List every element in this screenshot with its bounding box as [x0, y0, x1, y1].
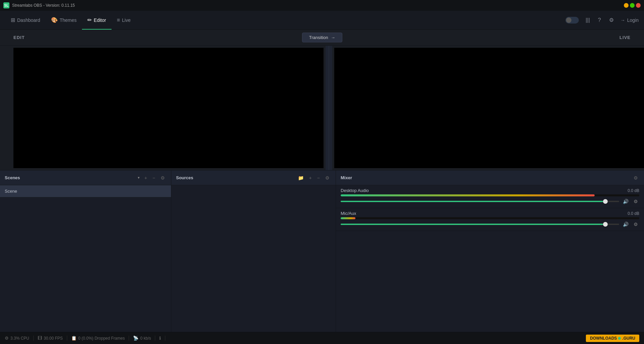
- frames-status: 📋 0 (0.0%) Dropped Frames: [67, 336, 129, 341]
- transition-arrow-icon: →: [331, 35, 335, 40]
- scenes-header: Scenes ▾ + − ⚙: [0, 170, 171, 185]
- frames-label: 0 (0.0%) Dropped Frames: [78, 336, 125, 341]
- info-icon: ℹ: [159, 336, 161, 341]
- sources-settings-button[interactable]: ⚙: [324, 175, 331, 181]
- sources-remove-button[interactable]: −: [316, 175, 321, 181]
- bandwidth-label: 0 kb/s: [140, 336, 151, 341]
- downloads-badge[interactable]: DOWNLOADS .GURU: [586, 335, 639, 342]
- minimize-button[interactable]: −: [624, 3, 629, 8]
- titlebar: SL Streamlabs OBS - Version: 0.11.15 − □…: [0, 0, 644, 11]
- mixer-title: Mixer: [341, 175, 630, 180]
- downloads-label: DOWNLOADS: [590, 336, 617, 341]
- mic-meter-bar: [341, 217, 639, 219]
- fps-icon: 🎞: [38, 336, 42, 341]
- editor-topbar: EDIT Transition → LIVE: [0, 30, 644, 46]
- sources-title: Sources: [176, 175, 294, 180]
- desktop-fader-knob[interactable]: [603, 199, 608, 204]
- maximize-button[interactable]: □: [630, 3, 635, 8]
- frames-icon: 📋: [71, 336, 77, 341]
- editor-icon: ✏: [87, 17, 92, 23]
- desktop-audio-label: Desktop Audio: [341, 188, 369, 193]
- bottom-panels: Scenes ▾ + − ⚙ Scene Sources 📁 + − ⚙ Mix…: [0, 170, 644, 332]
- sources-list: [171, 185, 336, 332]
- nav-item-live[interactable]: ≡ Live: [112, 11, 136, 30]
- nav-item-editor[interactable]: ✏ Editor: [82, 11, 112, 30]
- live-icon: ≡: [117, 17, 120, 23]
- nav-right: ||| ? ⚙ → Login: [565, 15, 639, 25]
- divider-line: [329, 46, 329, 170]
- edit-label: EDIT: [13, 35, 25, 40]
- mic-settings-button[interactable]: ⚙: [632, 221, 639, 228]
- scenes-add-button[interactable]: +: [143, 175, 148, 181]
- desktop-meter-fill: [341, 194, 595, 196]
- scenes-list: Scene: [0, 185, 171, 332]
- scenes-remove-button[interactable]: −: [151, 175, 157, 181]
- mic-aux-label: Mic/Aux: [341, 211, 356, 216]
- edit-preview: [13, 48, 324, 168]
- bandwidth-icon: 📡: [133, 336, 138, 341]
- login-button[interactable]: → Login: [620, 17, 639, 23]
- theme-toggle[interactable]: [565, 17, 579, 24]
- desktop-fader-fill: [341, 201, 605, 202]
- login-icon: →: [620, 17, 625, 23]
- desktop-fader[interactable]: [341, 201, 619, 202]
- scene-item[interactable]: Scene: [0, 185, 171, 197]
- scenes-settings-button[interactable]: ⚙: [159, 175, 166, 181]
- nav-label-dashboard: Dashboard: [17, 17, 40, 23]
- scenes-dropdown-button[interactable]: ▾: [137, 175, 140, 181]
- cpu-icon: ⚙: [5, 336, 9, 341]
- dashboard-icon: ⊞: [11, 17, 15, 23]
- mixer-header: Mixer ⚙: [336, 170, 644, 185]
- mic-fader-knob[interactable]: [603, 222, 608, 227]
- live-preview: [334, 48, 644, 168]
- mic-channel-header: Mic/Aux 0.0 dB: [341, 211, 639, 216]
- mixer-channel-mic: Mic/Aux 0.0 dB 🔊 ⚙: [336, 208, 644, 231]
- bars-icon[interactable]: |||: [584, 16, 591, 25]
- mixer-settings-button[interactable]: ⚙: [632, 175, 639, 181]
- window-controls: − □ ×: [624, 3, 641, 8]
- sources-add-button[interactable]: +: [308, 175, 313, 181]
- desktop-settings-button[interactable]: ⚙: [632, 198, 639, 205]
- mic-meter-fill: [341, 217, 355, 219]
- nav-label-editor: Editor: [94, 17, 106, 23]
- themes-icon: 🎨: [51, 17, 58, 23]
- help-icon[interactable]: ?: [597, 16, 602, 25]
- nav-item-dashboard[interactable]: ⊞ Dashboard: [5, 11, 46, 30]
- transition-label: Transition: [309, 35, 328, 40]
- live-label: LIVE: [619, 35, 631, 40]
- desktop-channel-header: Desktop Audio 0.0 dB: [341, 188, 639, 193]
- nav-label-themes: Themes: [60, 17, 77, 23]
- fps-label: 30.00 FPS: [44, 336, 63, 341]
- mic-aux-db: 0.0 dB: [628, 211, 639, 216]
- login-label: Login: [627, 17, 639, 23]
- preview-area: [0, 46, 644, 170]
- app-icon: SL: [3, 2, 9, 8]
- mic-mixer-controls: 🔊 ⚙: [341, 221, 639, 228]
- info-status[interactable]: ℹ: [155, 336, 165, 341]
- scenes-title: Scenes: [5, 175, 134, 180]
- topnav: ⊞ Dashboard 🎨 Themes ✏ Editor ≡ Live |||…: [0, 11, 644, 30]
- settings-icon[interactable]: ⚙: [608, 15, 615, 25]
- desktop-mixer-controls: 🔊 ⚙: [341, 198, 639, 205]
- desktop-meter-bar: [341, 194, 639, 196]
- fps-status: 🎞 30.00 FPS: [34, 336, 67, 341]
- cpu-label: 3.3% CPU: [10, 336, 29, 341]
- preview-divider: [326, 46, 332, 170]
- transition-button[interactable]: Transition →: [302, 33, 342, 42]
- mic-fader-fill: [341, 224, 605, 225]
- bandwidth-status: 📡 0 kb/s: [129, 336, 155, 341]
- close-button[interactable]: ×: [636, 3, 641, 8]
- scenes-panel: Scenes ▾ + − ⚙ Scene: [0, 170, 171, 332]
- mic-mute-button[interactable]: 🔊: [622, 221, 629, 228]
- toggle-knob: [566, 17, 571, 23]
- nav-label-live: Live: [122, 17, 131, 23]
- desktop-audio-db: 0.0 dB: [628, 188, 639, 193]
- statusbar: ⚙ 3.3% CPU 🎞 30.00 FPS 📋 0 (0.0%) Droppe…: [0, 332, 644, 344]
- sources-folder-button[interactable]: 📁: [297, 175, 305, 181]
- sources-panel: Sources 📁 + − ⚙: [171, 170, 336, 332]
- desktop-mute-button[interactable]: 🔊: [622, 198, 629, 205]
- sources-header: Sources 📁 + − ⚙: [171, 170, 336, 185]
- nav-item-themes[interactable]: 🎨 Themes: [46, 11, 82, 30]
- cpu-status: ⚙ 3.3% CPU: [5, 336, 34, 341]
- mic-fader[interactable]: [341, 224, 619, 225]
